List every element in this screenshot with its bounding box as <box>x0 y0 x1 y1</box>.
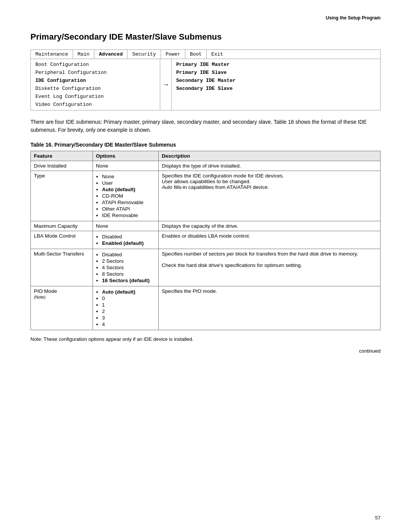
options-pio: Auto (default) 0 1 2 3 4 <box>93 286 159 330</box>
menu-power: Power <box>161 50 185 59</box>
table-row: PIO Mode (Note) Auto (default) 0 1 2 3 4… <box>31 286 381 330</box>
menu-advanced: Advanced <box>94 50 127 59</box>
options-type: None User Auto (default) CD-ROM ATAPI Re… <box>93 171 159 221</box>
feature-max-capacity: Maximum Capacity <box>31 221 93 231</box>
bios-arrow-icon: → <box>160 59 172 110</box>
desc-type-auto-italic: Auto <box>162 184 172 190</box>
option-8sectors: 8 Sectors <box>102 271 155 277</box>
bios-left-menu: Boot Configuration Peripheral Configurat… <box>31 59 160 110</box>
option-pio-2: 2 <box>102 308 155 314</box>
option-pio-4: 4 <box>102 321 155 327</box>
option-16sectors: 16 Sectors (default) <box>102 278 155 283</box>
bios-primary-master: Primary IDE Master <box>176 61 376 69</box>
desc-lba: Enables or disables LBA mode control. <box>159 231 381 249</box>
bios-body: Boot Configuration Peripheral Configurat… <box>31 59 380 110</box>
body-paragraph: There are four IDE submenus: Primary mas… <box>30 118 381 134</box>
option-ide-removable: IDE Removable <box>102 212 155 218</box>
desc-pio: Specifies the PIO mode. <box>159 286 381 330</box>
bios-item-boot-config: Boot Configuration <box>31 61 160 69</box>
desc-type: Specifies the IDE configuration mode for… <box>159 171 381 221</box>
feature-drive-installed: Drive Installed <box>31 161 93 171</box>
table-row: Maximum Capacity None Displays the capac… <box>31 221 381 231</box>
bios-item-video: Video Configuration <box>31 101 160 109</box>
table-row: Type None User Auto (default) CD-ROM ATA… <box>31 171 381 221</box>
option-2sectors: 2 Sectors <box>102 258 155 264</box>
bios-submenu-area: → Primary IDE Master Primary IDE Slave S… <box>160 59 380 110</box>
menu-main: Main <box>73 50 94 59</box>
bios-item-peripheral: Peripheral Configuration <box>31 69 160 77</box>
page-title: Primary/Secondary IDE Master/Slave Subme… <box>30 32 381 42</box>
option-atapi-removable: ATAPI Removable <box>102 200 155 205</box>
desc-multisector: Specifies number of sectors per block fo… <box>159 249 381 286</box>
menu-security: Security <box>127 50 161 59</box>
table-note: Note: These configuration options appear… <box>30 336 381 342</box>
option-auto-pio: Auto (default) <box>102 289 155 295</box>
col-description: Description <box>159 151 381 161</box>
option-none: None <box>102 174 155 179</box>
bios-diagram: Maintenance Main Advanced Security Power… <box>30 50 381 110</box>
table-row: Drive Installed None Displays the type o… <box>31 161 381 171</box>
option-cdrom: CD-ROM <box>102 193 155 199</box>
options-max-capacity: None <box>93 221 159 231</box>
option-4sectors: 4 Sectors <box>102 265 155 270</box>
options-lba: Disabled Enabled (default) <box>93 231 159 249</box>
feature-pio: PIO Mode (Note) <box>31 286 93 330</box>
bios-item-eventlog: Event Log Configuration <box>31 93 160 101</box>
option-pio-3: 3 <box>102 315 155 321</box>
bios-item-diskette: Diskette Configuration <box>31 85 160 93</box>
option-auto: Auto (default) <box>102 187 155 192</box>
feature-multisector: Multi-Sector Transfers <box>31 249 93 286</box>
bios-right-menu: Primary IDE Master Primary IDE Slave Sec… <box>172 59 380 110</box>
feature-pio-note: (Note) <box>34 295 46 299</box>
option-enabled-lba: Enabled (default) <box>102 240 155 246</box>
page-number: 57 <box>375 515 381 521</box>
col-feature: Feature <box>31 151 93 161</box>
table-row: LBA Mode Control Disabled Enabled (defau… <box>31 231 381 249</box>
option-disabled-ms: Disabled <box>102 252 155 257</box>
bios-menu-bar: Maintenance Main Advanced Security Power… <box>31 50 380 59</box>
main-table: Feature Options Description Drive Instal… <box>30 151 381 330</box>
menu-exit: Exit <box>207 50 228 59</box>
bios-primary-slave: Primary IDE Slave <box>176 69 376 77</box>
desc-drive-installed: Displays the type of drive installed. <box>159 161 381 171</box>
desc-max-capacity: Displays the capacity of the drive. <box>159 221 381 231</box>
table-header-row: Feature Options Description <box>31 151 381 161</box>
option-user: User <box>102 180 155 186</box>
menu-boot: Boot <box>185 50 207 59</box>
feature-lba: LBA Mode Control <box>31 231 93 249</box>
option-other-atapi: Other ATAPI <box>102 206 155 212</box>
continued-label: continued <box>30 348 381 354</box>
bios-item-ide: IDE Configuration <box>31 77 160 85</box>
options-drive-installed: None <box>93 161 159 171</box>
feature-type: Type <box>31 171 93 221</box>
table-caption: Table 16. Primary/Secondary IDE Master/S… <box>30 142 381 148</box>
option-pio-1: 1 <box>102 302 155 308</box>
option-disabled-lba: Disabled <box>102 234 155 240</box>
col-options: Options <box>93 151 159 161</box>
bios-secondary-master: Secondary IDE Master <box>176 77 376 85</box>
header-right: Using the Setup Program <box>30 15 381 21</box>
option-pio-0: 0 <box>102 296 155 301</box>
desc-type-user-italic: User <box>162 179 173 184</box>
table-row: Multi-Sector Transfers Disabled 2 Sector… <box>31 249 381 286</box>
menu-maintenance: Maintenance <box>31 50 73 59</box>
bios-secondary-slave: Secondary IDE Slave <box>176 85 376 93</box>
options-multisector: Disabled 2 Sectors 4 Sectors 8 Sectors 1… <box>93 249 159 286</box>
